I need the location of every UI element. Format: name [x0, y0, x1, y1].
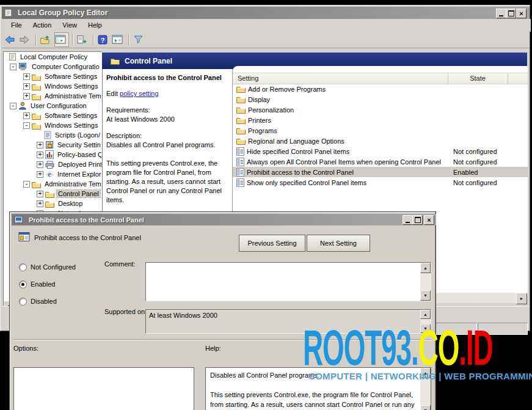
setting-row[interactable]: Add or Remove Programs [233, 84, 528, 94]
maximize-button[interactable] [412, 215, 423, 225]
radio-icon[interactable] [19, 298, 27, 306]
tree-item[interactable]: +Control Panel [4, 189, 101, 199]
tree-item[interactable]: -Windows Settings [4, 120, 101, 130]
setting-name[interactable]: Add or Remove Programs [248, 86, 326, 93]
tree-item-label[interactable]: Computer Configuratio [31, 63, 101, 70]
tree-item-label[interactable]: Software Settings [43, 112, 98, 119]
up-folder-button[interactable] [40, 33, 53, 46]
tree-item-label[interactable]: Software Settings [43, 73, 98, 80]
tree-item-label[interactable]: Windows Settings [43, 122, 99, 129]
setting-name[interactable]: Show only specified Control Panel items [247, 179, 366, 186]
maximize-button[interactable] [506, 9, 516, 18]
expand-icon[interactable]: + [37, 142, 43, 148]
console-tree-button[interactable] [54, 32, 69, 47]
scroll-down-icon[interactable]: ▼ [420, 290, 431, 301]
setting-name[interactable]: Display [248, 96, 270, 103]
menu-file[interactable]: File [5, 20, 27, 30]
setting-row[interactable]: Printers [233, 115, 528, 125]
menu-action[interactable]: Action [27, 20, 57, 30]
tree-item[interactable]: +Software Settings [4, 71, 101, 81]
tree-item-label[interactable]: Local Computer Policy [19, 53, 89, 60]
radio-option-not-configured[interactable]: Not Configured [19, 263, 76, 271]
radio-label[interactable]: Not Configured [31, 263, 76, 271]
close-button[interactable]: × [516, 9, 527, 18]
setting-name[interactable]: Regional and Language Options [248, 137, 344, 145]
scroll-up-icon[interactable]: ▲ [420, 310, 431, 319]
options-panel[interactable] [13, 367, 194, 410]
tree-item-label[interactable]: Internet Explor [56, 170, 102, 178]
tree-item-label[interactable]: Security Settin [56, 141, 102, 148]
expand-icon[interactable]: + [37, 152, 43, 158]
setting-row[interactable]: Personalization [233, 104, 528, 115]
tree-item[interactable]: +Policy-based Q [4, 150, 101, 159]
tree-item-label[interactable]: Windows Settings [43, 82, 99, 90]
setting-row[interactable]: Prohibit access to the Control PanelEnab… [233, 167, 528, 177]
radio-option-enabled[interactable]: Enabled [19, 280, 55, 288]
menu-help[interactable]: Help [82, 20, 107, 30]
tree-item[interactable]: +Software Settings [4, 111, 101, 120]
setting-name[interactable]: Always open All Control Panel Items when… [247, 158, 441, 166]
tree-item-label[interactable]: Administrative Tem [43, 180, 102, 188]
tree-item-label[interactable]: Deployed Print [57, 161, 102, 168]
tree-item[interactable]: +Administrative Tem [4, 91, 101, 101]
setting-row[interactable]: Display [233, 94, 528, 104]
expand-icon[interactable]: + [37, 171, 43, 178]
help-button[interactable]: ? [97, 33, 111, 46]
tree-item[interactable]: -User Configuration [4, 101, 101, 111]
setting-row[interactable]: Always open All Control Panel Items when… [233, 156, 528, 167]
window-titlebar[interactable]: Local Group Policy Editor × [2, 7, 530, 19]
minimize-button[interactable] [403, 215, 413, 225]
comment-scrollbar[interactable]: ▲ ▼ [420, 263, 431, 301]
column-divider[interactable] [508, 73, 508, 84]
tree-item[interactable]: +Security Settin [4, 140, 101, 150]
collapse-icon[interactable]: - [23, 181, 30, 188]
setting-name[interactable]: Prohibit access to the Control Panel [247, 169, 354, 176]
setting-row[interactable]: Hide specified Control Panel itemsNot co… [233, 146, 528, 156]
expand-icon[interactable]: + [37, 161, 43, 168]
tree-item[interactable]: -Administrative Tem [4, 179, 101, 189]
column-state[interactable]: State [448, 75, 508, 82]
tree-item[interactable]: +eInternet Explor [4, 169, 101, 179]
export-list-button[interactable] [76, 33, 90, 46]
previous-setting-button[interactable]: Previous Setting [239, 235, 305, 252]
collapse-icon[interactable]: - [10, 103, 16, 109]
expand-icon[interactable]: + [23, 73, 30, 80]
back-arrow-button[interactable] [4, 33, 18, 46]
setting-row[interactable]: Show only specified Control Panel itemsN… [233, 177, 528, 188]
radio-option-disabled[interactable]: Disabled [19, 297, 57, 306]
scroll-right-icon[interactable]: ► [516, 293, 527, 304]
forward-arrow-button[interactable] [19, 33, 32, 46]
radio-label[interactable]: Disabled [31, 298, 57, 305]
expand-icon[interactable]: + [37, 200, 43, 207]
tree-item-label[interactable]: Policy-based Q [56, 151, 102, 158]
tree-item[interactable]: Local Computer Policy [4, 52, 101, 62]
next-setting-button[interactable]: Next Setting [307, 235, 370, 252]
window-play-button[interactable] [112, 33, 125, 46]
expand-icon[interactable]: + [23, 93, 30, 100]
minimize-button[interactable] [496, 9, 506, 18]
tree-item[interactable]: +Desktop [4, 199, 101, 208]
tree-item-label[interactable]: Control Panel [57, 190, 100, 197]
tree-item-label[interactable]: Administrative Tem [43, 92, 102, 100]
comment-field[interactable]: ▲ ▼ [145, 262, 431, 301]
close-button[interactable]: × [424, 215, 434, 225]
tree-item[interactable]: Scripts (Logon/ [4, 130, 101, 140]
tree-item-label[interactable]: Desktop [57, 200, 84, 207]
filter-button[interactable] [133, 33, 146, 46]
setting-name[interactable]: Printers [248, 117, 271, 124]
setting-row[interactable]: Programs [233, 125, 528, 136]
scroll-down-icon[interactable]: ▼ [420, 405, 431, 410]
tree-item[interactable]: +Windows Settings [4, 81, 101, 91]
scroll-up-icon[interactable]: ▲ [420, 263, 431, 273]
expand-icon[interactable]: + [37, 191, 43, 197]
menu-view[interactable]: View [57, 20, 82, 30]
radio-icon[interactable] [19, 263, 27, 271]
radio-icon[interactable] [19, 280, 27, 288]
dialog-titlebar[interactable]: Prohibit access to the Control Panel × [12, 214, 436, 225]
setting-name[interactable]: Hide specified Control Panel items [247, 148, 349, 155]
expand-icon[interactable]: + [23, 83, 30, 90]
setting-name[interactable]: Programs [248, 127, 277, 134]
column-setting[interactable]: Setting [238, 75, 258, 82]
radio-label[interactable]: Enabled [31, 280, 55, 288]
tree-item[interactable]: +Deployed Print [4, 159, 101, 169]
